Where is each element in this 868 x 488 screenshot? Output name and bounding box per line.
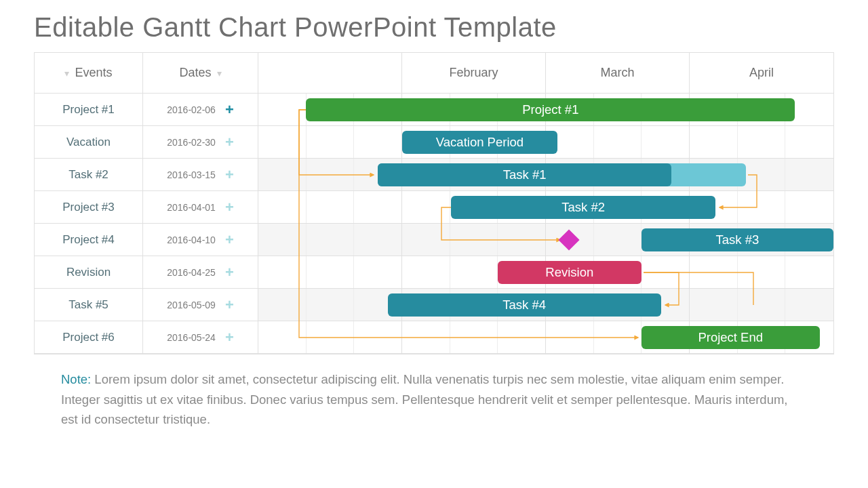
table-row: Task #2 2016-03-15 + Task #1 bbox=[35, 159, 833, 191]
date-text: 2016-05-09 bbox=[167, 300, 216, 310]
event-cell: Project #3 bbox=[35, 191, 143, 224]
date-text: 2016-04-01 bbox=[167, 202, 216, 213]
gantt-bar-end[interactable]: Project End bbox=[642, 326, 820, 349]
timeline-cell: Task #2 bbox=[258, 191, 833, 224]
gantt-table: ▾ Events Dates ▾ February March April Pr… bbox=[34, 52, 834, 354]
gantt-bar-task3[interactable]: Task #3 bbox=[642, 228, 833, 251]
date-text: 2016-04-25 bbox=[167, 267, 216, 278]
events-header[interactable]: ▾ Events bbox=[35, 53, 143, 94]
timeline-cell: Project #1 bbox=[258, 94, 833, 126]
gantt-header-row: ▾ Events Dates ▾ February March April bbox=[35, 53, 833, 94]
date-text: 2016-04-10 bbox=[167, 235, 216, 245]
milestone-icon[interactable] bbox=[558, 229, 579, 250]
chevron-down-icon: ▾ bbox=[64, 68, 69, 79]
event-cell: Revision bbox=[35, 256, 143, 289]
gantt-bar-task1[interactable]: Task #1 bbox=[378, 163, 671, 186]
events-header-label: Events bbox=[75, 66, 112, 80]
date-cell: 2016-02-06 + bbox=[143, 94, 258, 126]
timeline-cell: Task #3 bbox=[258, 224, 833, 256]
event-cell: Project #4 bbox=[35, 224, 143, 256]
plus-icon[interactable]: + bbox=[225, 200, 234, 215]
date-text: 2016-02-06 bbox=[167, 104, 216, 115]
dates-header[interactable]: Dates ▾ bbox=[143, 53, 258, 94]
month-col: April bbox=[690, 53, 833, 93]
dates-header-label: Dates bbox=[179, 66, 211, 80]
month-col bbox=[258, 53, 402, 93]
plus-icon[interactable]: + bbox=[225, 298, 234, 312]
date-cell: 2016-02-30 + bbox=[143, 126, 258, 159]
date-cell: 2016-03-15 + bbox=[143, 159, 258, 191]
plus-icon[interactable]: + bbox=[225, 232, 234, 247]
date-cell: 2016-05-09 + bbox=[143, 289, 258, 321]
timeline-cell: Revision bbox=[258, 256, 833, 289]
plus-icon[interactable]: + bbox=[225, 167, 234, 182]
table-row: Revision 2016-04-25 + Revision bbox=[35, 256, 833, 289]
plus-icon[interactable]: + bbox=[225, 330, 234, 345]
months-header: February March April bbox=[258, 53, 833, 94]
plus-icon[interactable]: + bbox=[225, 265, 234, 280]
timeline-cell: Task #4 bbox=[258, 289, 833, 321]
timeline-cell: Task #1 bbox=[258, 159, 833, 191]
note-body: Lorem ipsum dolor sit amet, consectetur … bbox=[61, 372, 787, 426]
event-cell: Vacation bbox=[35, 126, 143, 159]
month-col: February bbox=[402, 53, 546, 93]
chevron-down-icon: ▾ bbox=[217, 68, 222, 79]
table-row: Project #4 2016-04-10 + Task #3 bbox=[35, 224, 833, 256]
gantt-bar-vacation[interactable]: Vacation Period bbox=[402, 131, 557, 154]
month-col: March bbox=[546, 53, 690, 93]
date-cell: 2016-04-01 + bbox=[143, 191, 258, 224]
date-cell: 2016-05-24 + bbox=[143, 321, 258, 354]
page-title: Editable Gantt Chart PowerPoint Template bbox=[34, 12, 834, 43]
table-row: Task #5 2016-05-09 + Task #4 bbox=[35, 289, 833, 321]
note-text: Note: Lorem ipsum dolor sit amet, consec… bbox=[61, 369, 807, 430]
gantt-bar-task4[interactable]: Task #4 bbox=[388, 293, 661, 317]
date-text: 2016-05-24 bbox=[167, 332, 216, 343]
event-cell: Task #2 bbox=[35, 159, 143, 191]
plus-icon[interactable]: + bbox=[225, 102, 234, 117]
table-row: Project #3 2016-04-01 + Task #2 bbox=[35, 191, 833, 224]
date-cell: 2016-04-10 + bbox=[143, 224, 258, 256]
timeline-cell: Project End bbox=[258, 321, 833, 354]
gantt-bar-project1[interactable]: Project #1 bbox=[306, 98, 795, 121]
table-row: Project #6 2016-05-24 + Project End bbox=[35, 321, 833, 354]
date-text: 2016-03-15 bbox=[167, 169, 216, 180]
plus-icon[interactable]: + bbox=[225, 135, 234, 150]
event-cell: Project #1 bbox=[35, 94, 143, 126]
date-text: 2016-02-30 bbox=[167, 137, 216, 148]
event-cell: Task #5 bbox=[35, 289, 143, 321]
gantt-bar-revision[interactable]: Revision bbox=[498, 261, 642, 284]
table-row: Project #1 2016-02-06 + Project #1 bbox=[35, 94, 833, 126]
event-cell: Project #6 bbox=[35, 321, 143, 354]
gantt-bar-task2[interactable]: Task #2 bbox=[451, 196, 715, 219]
timeline-cell: Vacation Period bbox=[258, 126, 833, 159]
note-label: Note: bbox=[61, 372, 91, 386]
date-cell: 2016-04-25 + bbox=[143, 256, 258, 289]
table-row: Vacation 2016-02-30 + Vacation Period bbox=[35, 126, 833, 159]
